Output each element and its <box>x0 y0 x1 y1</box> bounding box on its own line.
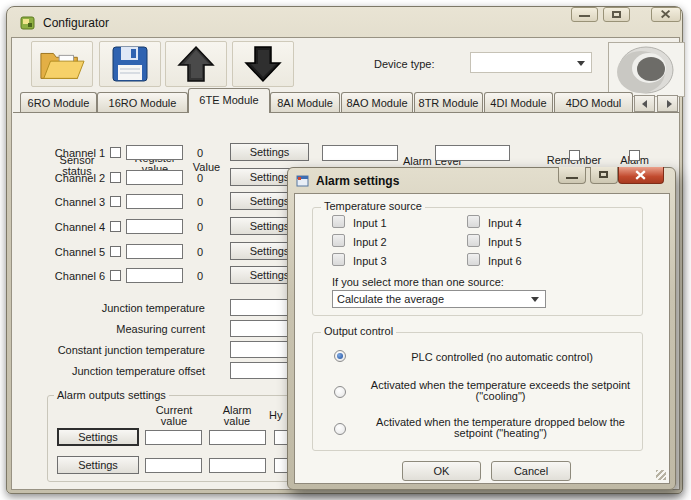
arrow-up-icon <box>176 44 216 84</box>
dialog-title: Alarm settings <box>316 174 399 188</box>
tab-8ao-module[interactable]: 8AO Module <box>341 92 413 113</box>
radio-plc-controlled[interactable] <box>334 350 346 362</box>
device-type-label: Device type: <box>374 58 435 70</box>
input2-checkbox[interactable] <box>332 234 345 247</box>
channel1-remember-alarm-checkbox[interactable] <box>569 150 580 161</box>
alarm-output2-settings-button[interactable]: Settings <box>57 456 139 474</box>
input4-label: Input 4 <box>488 217 522 229</box>
radio-cooling-label: Activated when the temperature exceeds t… <box>353 380 648 402</box>
input3-label: Input 3 <box>353 255 387 267</box>
floppy-save-icon <box>110 44 150 84</box>
tab-4do-module[interactable]: 4DO Modul <box>554 92 633 113</box>
chevron-down-icon <box>531 297 539 302</box>
channel-value: 0 <box>192 196 208 208</box>
channel-label: Channel 5 <box>30 246 105 258</box>
app-icon <box>20 15 36 31</box>
source-mode-value: Calculate the average <box>337 293 444 305</box>
minimize-button[interactable] <box>571 7 598 22</box>
input6-label: Input 6 <box>488 255 522 267</box>
alarm-settings-dialog: Alarm settings Temperature source Input … <box>287 167 676 490</box>
resize-grip[interactable] <box>656 470 666 480</box>
upload-button[interactable] <box>165 41 227 87</box>
channel5-register-input[interactable] <box>126 244 183 259</box>
tab-4di-module[interactable]: 4DI Module <box>484 92 553 113</box>
channel-value: 0 <box>192 270 208 282</box>
measuring-current-label: Measuring current <box>32 323 205 335</box>
channel2-register-input[interactable] <box>126 170 183 185</box>
input3-checkbox[interactable] <box>332 253 345 266</box>
channel-label: Channel 4 <box>30 221 105 233</box>
channel4-register-input[interactable] <box>126 219 183 234</box>
maximize-button[interactable] <box>603 7 630 22</box>
tab-8tr-module[interactable]: 8TR Module <box>414 92 483 113</box>
arrow-right-icon <box>667 100 672 108</box>
brand-logo <box>608 42 685 97</box>
alarm-output1-current-input[interactable] <box>145 430 202 445</box>
dialog-close-button[interactable] <box>618 167 664 184</box>
maximize-icon <box>599 171 608 178</box>
radio-plc-label: PLC controlled (no automatic control) <box>367 352 637 363</box>
device-type-combobox[interactable] <box>470 52 592 73</box>
input1-label: Input 1 <box>353 217 387 229</box>
open-folder-icon <box>39 46 85 82</box>
channel-label: Channel 2 <box>30 172 105 184</box>
channel1-register-input[interactable] <box>126 145 183 160</box>
close-icon <box>652 8 680 21</box>
alarm-output2-alarm-input[interactable] <box>209 458 266 473</box>
alarm-outputs-title: Alarm outputs settings <box>54 389 169 401</box>
tab-scroll-right-button[interactable] <box>657 95 678 112</box>
channel-value: 0 <box>192 172 208 184</box>
channel1-status-checkbox[interactable] <box>110 147 121 158</box>
input4-checkbox[interactable] <box>467 215 480 228</box>
tab-6te-module[interactable]: 6TE Module <box>188 88 270 113</box>
channel2-status-checkbox[interactable] <box>110 172 121 183</box>
alarm-output2-current-input[interactable] <box>145 458 202 473</box>
constant-junction-temperature-label: Constant junction temperature <box>32 344 205 356</box>
input1-checkbox[interactable] <box>332 215 345 228</box>
logo-ring-icon <box>609 43 684 96</box>
tab-8ai-module[interactable]: 8AI Module <box>270 92 340 113</box>
alarm-output1-alarm-input[interactable] <box>209 430 266 445</box>
channel4-status-checkbox[interactable] <box>110 221 121 232</box>
output-control-title: Output control <box>321 325 396 337</box>
open-file-button[interactable] <box>31 41 93 87</box>
col-alarm-value: Alarm value <box>213 405 261 427</box>
tab-scroll-left-button[interactable] <box>634 95 655 112</box>
titlebar[interactable]: Configurator <box>7 7 682 37</box>
radio-cooling[interactable] <box>334 386 346 398</box>
channel3-status-checkbox[interactable] <box>110 196 121 207</box>
channel1-max-input[interactable] <box>435 145 510 161</box>
download-button[interactable] <box>232 41 294 87</box>
input6-checkbox[interactable] <box>467 253 480 266</box>
chevron-down-icon <box>577 61 585 66</box>
close-button[interactable] <box>651 7 681 22</box>
channel-label: Channel 3 <box>30 196 105 208</box>
channel-value: 0 <box>192 147 208 159</box>
save-button[interactable] <box>99 41 161 87</box>
cancel-button[interactable]: Cancel <box>491 461 571 481</box>
dialog-maximize-button[interactable] <box>590 167 618 184</box>
radio-heating[interactable] <box>334 423 346 435</box>
tab-6ro-module[interactable]: 6RO Module <box>20 92 97 113</box>
source-note-label: If you select more than one source: <box>332 276 504 288</box>
channel-label: Channel 6 <box>30 270 105 282</box>
channel6-status-checkbox[interactable] <box>110 270 121 281</box>
source-mode-combobox[interactable]: Calculate the average <box>332 290 546 308</box>
channel-label: Channel 1 <box>30 147 105 159</box>
ok-button[interactable]: OK <box>402 461 481 481</box>
alarm-output1-settings-button[interactable]: Settings <box>57 428 139 446</box>
tab-16ro-module[interactable]: 16RO Module <box>97 92 188 113</box>
radio-heating-label: Activated when the temperature dropped b… <box>353 417 648 439</box>
junction-temperature-offset-label: Junction temperature offset <box>32 365 205 377</box>
channel-value: 0 <box>192 221 208 233</box>
channel3-register-input[interactable] <box>126 194 183 209</box>
channel6-register-input[interactable] <box>126 268 183 283</box>
channel1-min-input[interactable] <box>322 145 398 161</box>
channel-value: 0 <box>192 246 208 258</box>
dialog-minimize-button[interactable] <box>558 167 586 184</box>
channel1-settings-button[interactable]: Settings <box>230 143 309 161</box>
col-current-value: Current value <box>149 405 199 427</box>
input5-checkbox[interactable] <box>467 234 480 247</box>
channel5-status-checkbox[interactable] <box>110 246 121 257</box>
channel1-alarm-status-checkbox[interactable] <box>629 150 640 161</box>
